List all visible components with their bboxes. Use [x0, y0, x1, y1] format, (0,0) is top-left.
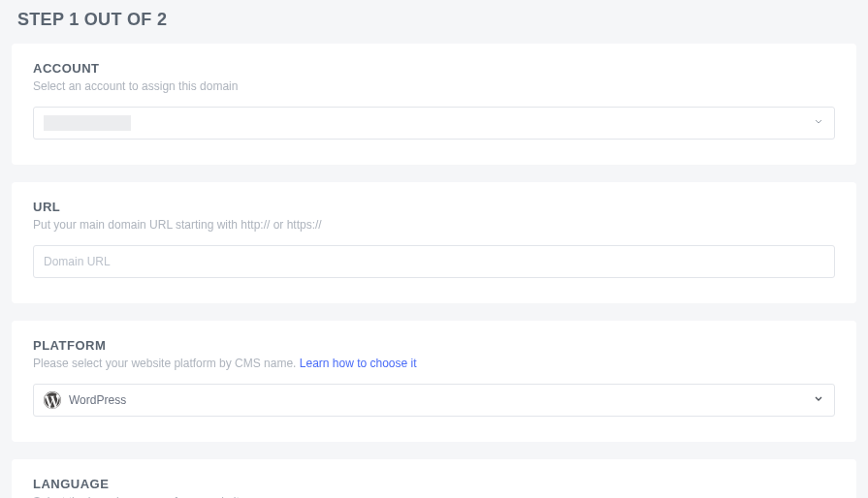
language-title: LANGUAGE [33, 477, 835, 491]
step-header: STEP 1 OUT OF 2 [17, 10, 856, 30]
platform-hint-link[interactable]: Learn how to choose it [300, 357, 417, 370]
platform-selected-value: WordPress [69, 393, 126, 407]
url-input[interactable] [44, 255, 824, 268]
platform-hint: Please select your website platform by C… [33, 357, 835, 370]
account-card: ACCOUNT Select an account to assign this… [12, 44, 856, 165]
account-select[interactable] [33, 107, 835, 140]
account-hint: Select an account to assign this domain [33, 79, 835, 93]
url-input-wrapper [33, 245, 835, 278]
platform-title: PLATFORM [33, 338, 835, 353]
account-selected-redacted [44, 115, 131, 131]
url-hint: Put your main domain URL starting with h… [33, 218, 835, 232]
url-title: URL [33, 200, 835, 214]
platform-select[interactable]: WordPress [33, 384, 835, 417]
url-card: URL Put your main domain URL starting wi… [12, 182, 856, 303]
account-title: ACCOUNT [33, 61, 835, 76]
chevron-down-icon [813, 116, 824, 131]
wordpress-icon [44, 391, 61, 409]
platform-hint-text: Please select your website platform by C… [33, 357, 300, 370]
platform-card: PLATFORM Please select your website plat… [12, 321, 856, 442]
chevron-down-icon [813, 393, 824, 408]
language-card: LANGUAGE Select the base language of you… [12, 459, 856, 498]
